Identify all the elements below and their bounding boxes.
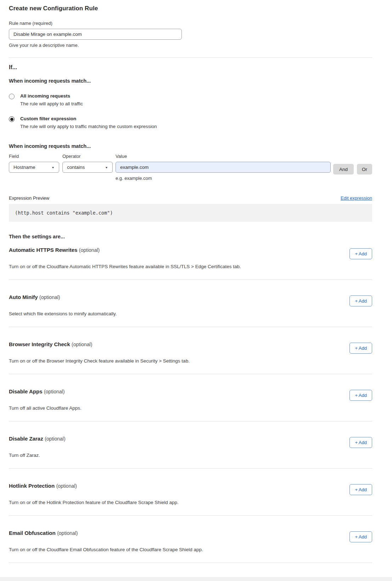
setting-description: Turn on or off the Browser Integrity Che…	[9, 358, 372, 364]
expression-preview-code: (http.host contains "example.com")	[9, 204, 372, 222]
setting-optional-label: (optional)	[44, 389, 65, 394]
and-button[interactable]: And	[333, 164, 354, 175]
create-configuration-rule-page: Create new Configuration Rule Rule name …	[0, 0, 392, 581]
page-title: Create new Configuration Rule	[9, 5, 372, 12]
settings-heading: Then the settings are...	[9, 234, 372, 239]
radio-option-label: All incoming requests	[20, 93, 83, 99]
operator-label: Operator	[62, 154, 113, 159]
setting-section: Auto Minify (optional) + Add Select whic…	[9, 280, 372, 327]
setting-name: Automatic HTTPS Rewrites	[9, 247, 77, 253]
or-button[interactable]: Or	[357, 164, 372, 175]
settings-list: Automatic HTTPS Rewrites (optional) + Ad…	[9, 240, 372, 563]
setting-optional-label: (optional)	[56, 483, 77, 489]
setting-section: Email Obfuscation (optional) + Add Turn …	[9, 516, 372, 563]
expression-builder-heading: When incoming requests match...	[9, 143, 372, 149]
radio-button-icon[interactable]	[9, 94, 15, 99]
radio-option-label: Custom filter expression	[20, 116, 157, 121]
radio-option-all-incoming-requests[interactable]: All incoming requests The rule will appl…	[9, 93, 372, 106]
expression-code-text: (http.host contains "example.com")	[15, 210, 113, 216]
setting-section: Automatic HTTPS Rewrites (optional) + Ad…	[9, 240, 372, 280]
radio-option-description: The rule will only apply to traffic matc…	[20, 124, 157, 129]
field-select-value: Hostname	[13, 165, 35, 170]
value-input[interactable]	[116, 162, 331, 173]
value-label: Value	[116, 154, 331, 159]
expression-builder-row: Field Hostname ▼ Operator contains ▼ Val…	[9, 154, 372, 181]
setting-description: Turn off Zaraz.	[9, 453, 372, 458]
if-heading: If...	[9, 64, 372, 71]
add-setting-button[interactable]: + Add	[349, 248, 372, 259]
section-divider	[9, 57, 372, 58]
setting-description: Turn on or off the Hotlink Protection fe…	[9, 500, 372, 505]
field-select[interactable]: Hostname ▼	[9, 162, 59, 173]
setting-name: Browser Integrity Check	[9, 341, 70, 347]
edit-expression-link[interactable]: Edit expression	[341, 195, 372, 201]
setting-section: Disable Zaraz (optional) + Add Turn off …	[9, 421, 372, 469]
setting-section: Hotlink Protection (optional) + Add Turn…	[9, 469, 372, 516]
add-setting-button[interactable]: + Add	[349, 390, 372, 401]
rule-name-label: Rule name (required)	[9, 21, 372, 26]
add-setting-button[interactable]: + Add	[349, 484, 372, 495]
setting-description: Turn off all active Cloudflare Apps.	[9, 405, 372, 411]
add-setting-button[interactable]: + Add	[349, 343, 372, 354]
setting-section: Disable Apps (optional) + Add Turn off a…	[9, 374, 372, 421]
setting-name: Disable Zaraz	[9, 436, 43, 442]
radio-option-custom-filter-expression[interactable]: Custom filter expression The rule will o…	[9, 116, 372, 129]
footer-strip	[0, 577, 392, 581]
rule-name-help: Give your rule a descriptive name.	[9, 43, 372, 48]
setting-description: Select which file extensions to minify a…	[9, 311, 372, 316]
radio-option-description: The rule will apply to all traffic	[20, 101, 83, 106]
add-setting-button[interactable]: + Add	[349, 295, 372, 306]
chevron-down-icon: ▼	[51, 166, 55, 169]
value-hint: e.g. example.com	[116, 176, 331, 181]
setting-name: Auto Minify	[9, 294, 38, 300]
setting-name: Email Obfuscation	[9, 530, 56, 536]
chevron-down-icon: ▼	[105, 166, 108, 169]
field-label: Field	[9, 154, 59, 159]
setting-optional-label: (optional)	[79, 247, 100, 253]
radio-button-icon[interactable]	[9, 116, 15, 122]
add-setting-button[interactable]: + Add	[349, 437, 372, 448]
setting-optional-label: (optional)	[45, 436, 65, 442]
match-type-heading: When incoming requests match...	[9, 78, 372, 84]
setting-name: Hotlink Protection	[9, 483, 55, 489]
expression-preview-label: Expression Preview	[9, 195, 49, 201]
setting-name: Disable Apps	[9, 388, 42, 394]
add-setting-button[interactable]: + Add	[349, 531, 372, 542]
setting-description: Turn on or off the Cloudflare Email Obfu…	[9, 547, 372, 552]
rule-name-input[interactable]	[9, 29, 182, 40]
setting-description: Turn on or off the Cloudflare Automatic …	[9, 264, 372, 269]
setting-optional-label: (optional)	[72, 342, 92, 347]
setting-section: Browser Integrity Check (optional) + Add…	[9, 327, 372, 374]
operator-select-value: contains	[67, 165, 85, 170]
setting-optional-label: (optional)	[57, 530, 78, 536]
operator-select[interactable]: contains ▼	[62, 162, 113, 173]
setting-optional-label: (optional)	[39, 294, 60, 300]
